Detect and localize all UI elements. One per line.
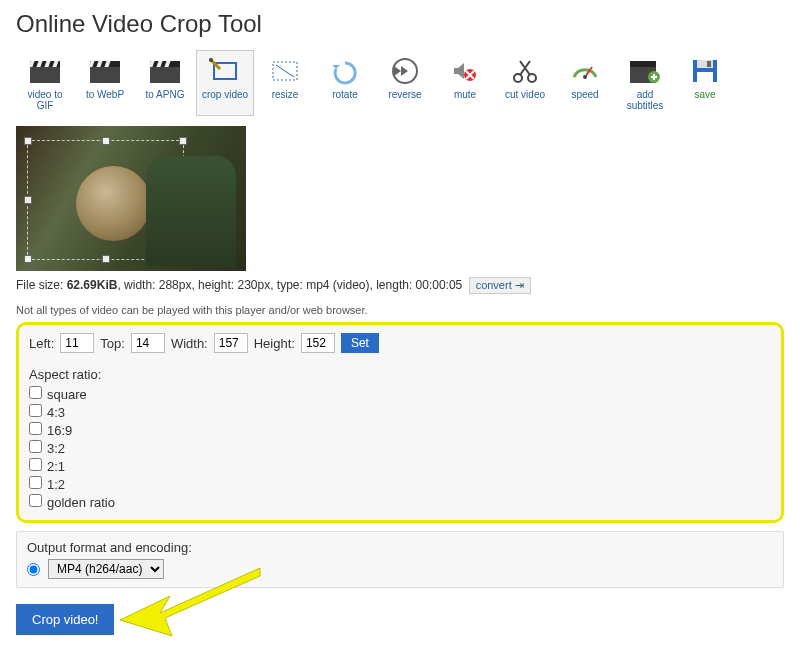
width-input[interactable]	[214, 333, 248, 353]
aspect-ratio-list: square 4:3 16:9 3:2 2:1 1:2 golden ratio	[29, 386, 771, 512]
aspect-option-16-9[interactable]: 16:9	[29, 423, 72, 438]
video-preview[interactable]	[16, 126, 246, 271]
aspect-option-4-3[interactable]: 4:3	[29, 405, 65, 420]
crop-icon	[207, 55, 243, 87]
svg-rect-0	[30, 67, 60, 83]
tool-add-subtitles[interactable]: add subtitles	[616, 50, 674, 116]
clapper-icon	[87, 55, 123, 87]
file-size: 62.69KiB	[67, 278, 118, 292]
output-format-radio[interactable]	[27, 563, 40, 576]
crop-handle-tl[interactable]	[24, 137, 32, 145]
crop-handle-br[interactable]	[179, 255, 187, 263]
tool-cut-video[interactable]: cut video	[496, 50, 554, 116]
aspect-option-1-2[interactable]: 1:2	[29, 477, 65, 492]
width-label: Width:	[171, 336, 208, 351]
resize-icon	[267, 55, 303, 87]
crop-handle-tr[interactable]	[179, 137, 187, 145]
output-panel: Output format and encoding: MP4 (h264/aa…	[16, 531, 784, 588]
convert-arrow-icon: ⇥	[515, 279, 524, 291]
tool-mute[interactable]: mute	[436, 50, 494, 116]
tool-video-to-gif[interactable]: video to GIF	[16, 50, 74, 116]
svg-point-17	[209, 58, 213, 62]
clapper-icon	[27, 55, 63, 87]
mute-icon	[447, 55, 483, 87]
height-label: Height:	[254, 336, 295, 351]
tool-crop-video[interactable]: crop video	[196, 50, 254, 116]
file-info: File size: 62.69KiB, width: 288px, heigh…	[16, 277, 784, 294]
speed-icon	[567, 55, 603, 87]
crop-handle-mr[interactable]	[179, 196, 187, 204]
svg-rect-11	[150, 67, 180, 83]
svg-rect-6	[90, 67, 120, 83]
left-input[interactable]	[60, 333, 94, 353]
rotate-icon	[327, 55, 363, 87]
subtitles-icon	[627, 55, 663, 87]
tool-resize[interactable]: resize	[256, 50, 314, 116]
output-format-select[interactable]: MP4 (h264/aac)	[48, 559, 164, 579]
crop-video-button[interactable]: Crop video!	[16, 604, 114, 635]
set-button[interactable]: Set	[341, 333, 379, 353]
top-label: Top:	[100, 336, 125, 351]
clapper-icon	[147, 55, 183, 87]
crop-selection[interactable]	[27, 140, 184, 260]
height-input[interactable]	[301, 333, 335, 353]
crop-handle-bl[interactable]	[24, 255, 32, 263]
tool-to-webp[interactable]: to WebP	[76, 50, 134, 116]
aspect-ratio-label: Aspect ratio:	[29, 367, 771, 382]
output-format-label: Output format and encoding:	[27, 540, 773, 555]
tool-reverse[interactable]: reverse	[376, 50, 434, 116]
aspect-option-2-1[interactable]: 2:1	[29, 459, 65, 474]
top-input[interactable]	[131, 333, 165, 353]
reverse-icon	[387, 55, 423, 87]
aspect-option-3-2[interactable]: 3:2	[29, 441, 65, 456]
scissors-icon	[507, 55, 543, 87]
aspect-option-golden[interactable]: golden ratio	[29, 495, 115, 510]
crop-handle-bm[interactable]	[102, 255, 110, 263]
svg-rect-25	[630, 61, 656, 67]
crop-dimensions-panel: Left: Top: Width: Height: Set Aspect rat…	[16, 322, 784, 523]
tool-save[interactable]: save	[676, 50, 734, 116]
svg-rect-30	[707, 61, 711, 67]
tool-to-apng[interactable]: to APNG	[136, 50, 194, 116]
page-title: Online Video Crop Tool	[16, 10, 784, 38]
svg-point-23	[583, 75, 587, 79]
svg-rect-29	[697, 72, 713, 82]
compat-note: Not all types of video can be played wit…	[16, 304, 784, 316]
crop-handle-tm[interactable]	[102, 137, 110, 145]
toolbar: video to GIF to WebP to APNG crop video …	[16, 50, 784, 116]
aspect-option-square[interactable]: square	[29, 387, 87, 402]
left-label: Left:	[29, 336, 54, 351]
convert-button[interactable]: convert ⇥	[469, 277, 531, 294]
tool-speed[interactable]: speed	[556, 50, 614, 116]
crop-handle-ml[interactable]	[24, 196, 32, 204]
tool-rotate[interactable]: rotate	[316, 50, 374, 116]
floppy-icon	[687, 55, 723, 87]
